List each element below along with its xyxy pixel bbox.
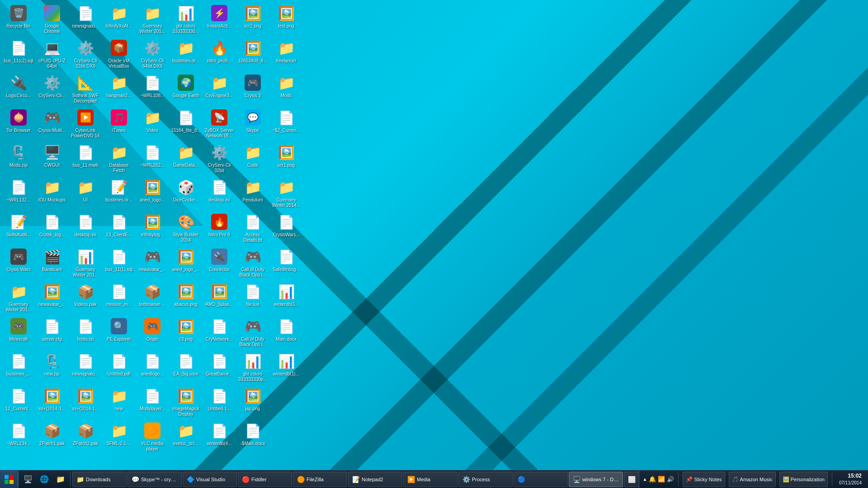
desktop-icon-scr1png[interactable]: 🖼️scr1.png xyxy=(270,141,302,175)
desktop-icon-12current[interactable]: 📄12_Current... xyxy=(2,385,35,419)
desktop-icon-crysis3[interactable]: 🎮Crysis 3 xyxy=(236,72,269,106)
desktop-icon-test-png[interactable]: 🖼️test.png xyxy=(270,2,302,36)
desktop-icon-newsignatu2[interactable]: 📄newsignatu... xyxy=(69,350,102,384)
desktop-icon-crysiswars[interactable]: 📄CrysisWars... xyxy=(270,211,302,245)
desktop-icon-untitled1[interactable]: 📄Untitled-1... xyxy=(203,385,236,419)
desktop-icon-callofdutybops2[interactable]: 🎮Call of Duty Black Ops l... xyxy=(236,315,269,349)
desktop-icon-connector[interactable]: 🔌Connector xyxy=(203,246,236,280)
desktop-icon-scr2png[interactable]: 🖼️scr2.png xyxy=(236,2,269,36)
ie-quick-btn[interactable]: 🌐 xyxy=(37,472,52,487)
desktop-icon-abacus-png[interactable]: 🖼️abacus.png xyxy=(170,281,202,314)
desktop-icon-google-chrome[interactable]: Google Chrome xyxy=(36,2,68,36)
taskbar-item-filezilla[interactable]: 🟠FileZilla xyxy=(293,472,347,487)
desktop-icon-callofdutybops[interactable]: 🎮Call of Duty Black Ops l... xyxy=(236,246,269,280)
desktop-icon-zpatch1pak[interactable]: 📦ZPatch1.pak xyxy=(36,420,68,454)
desktop-icon-gbt-colors2[interactable]: 📊gbt colors 333333330p... xyxy=(236,350,269,384)
desktop-icon-server-cfg[interactable]: 📄server.cfg xyxy=(36,315,68,349)
desktop-icon-exetoc-src[interactable]: 📁exetoc_src... xyxy=(170,420,202,454)
desktop-icon-video[interactable]: 📁Video xyxy=(136,107,169,141)
desktop-icon-code[interactable]: 📁Code xyxy=(236,141,269,175)
desktop-icon-dicecricket[interactable]: 🎲DiceCricke... xyxy=(170,176,202,210)
desktop-icon-anedlogo2[interactable]: 📄anedlogo... xyxy=(136,350,169,384)
desktop-icon-mods-zip[interactable]: 🗜️Mods.zip xyxy=(2,141,35,175)
desktop-icon-guernsey-excel[interactable]: 📊Guernsey Winter 201... xyxy=(69,246,102,280)
desktop-icon-cryengine3[interactable]: 📁CryEngine3... xyxy=(203,72,236,106)
desktop-icon-winterdb1[interactable]: 📊winterdb(1)... xyxy=(270,350,302,384)
desktop-icon-skillsaudit[interactable]: 📝SkillsAudit... xyxy=(2,211,35,245)
desktop-icon-gamedata[interactable]: 📁GameData... xyxy=(170,141,202,175)
taskbar-item-process[interactable]: ⚙️Process xyxy=(458,472,513,487)
desktop-icon-bus11mwb[interactable]: 📄bus_11.mwb xyxy=(69,141,102,175)
desktop-icon-15184file[interactable]: 📄15184_file_8... xyxy=(170,107,202,141)
desktop-icon-c3png[interactable]: 🖼️c3.png xyxy=(170,315,202,349)
desktop-icon-guernsey-winter1[interactable]: 📁Guernsey Winter 201... xyxy=(2,281,35,314)
desktop-icon-smain-docx[interactable]: 📄-$Main.docx xyxy=(236,420,269,454)
desktop-icon-freelancer[interactable]: 📁freelancer xyxy=(270,37,302,71)
desktop-icon-infinityxsai[interactable]: 📁InfinityXsAI... xyxy=(103,2,135,36)
desktop-icon-winterdb4[interactable]: 📄winterdb(4... xyxy=(203,420,236,454)
desktop-icon-desktop-ini2[interactable]: 📄desktop.ini xyxy=(203,176,236,210)
desktop-icon-s2current[interactable]: 📄~$2_Curren... xyxy=(270,107,302,141)
desktop-icon-origin[interactable]: 🎮Origin xyxy=(136,315,169,349)
desktop-icon-sothink[interactable]: 📐Sothink SWF Decompiler xyxy=(69,72,102,106)
desktop-icon-bustimes[interactable]: 📄bustimes_... xyxy=(2,350,35,384)
desktop-icon-minecraft[interactable]: 🎮Minecraft xyxy=(2,315,35,349)
sticky-notes-tray[interactable]: 📌 Sticky Notes xyxy=(683,472,725,487)
desktop-icon-gbt-colors[interactable]: 📊gbt colors 333333330... xyxy=(170,2,202,36)
desktop-icon-wrl262[interactable]: 📄~WRL262... xyxy=(136,141,169,175)
desktop-icon-cwgui[interactable]: 🖥️CWGUI xyxy=(36,141,68,175)
desktop-icon-nitro-pro9[interactable]: 🔥nitro_pro9... xyxy=(203,37,236,71)
desktop-icon-cryserv-64dx9[interactable]: ⚙️CryServ-Cli 64bit.DX9 xyxy=(136,37,169,71)
desktop-icon-wrl108[interactable]: 📄~WRL108... xyxy=(136,72,169,106)
desktop-icon-logiccircuit[interactable]: 🔌LogicCircu... xyxy=(2,72,35,106)
desktop-icon-recycle-bin[interactable]: 🗑️Recycle Bin xyxy=(2,2,35,36)
taskbar-item-unknown1[interactable]: 🔵 xyxy=(514,472,568,487)
clock[interactable]: 15:02 07/11/2014 xyxy=(836,473,864,486)
desktop-icon-torbrowser[interactable]: 📦torbrowser-... xyxy=(136,281,169,314)
desktop-icon-access[interactable]: 📄Access Details.bt xyxy=(236,211,269,245)
desktop-icon-database-fetch[interactable]: 📁Database Fetch xyxy=(103,141,135,175)
desktop-icon-cpuid-cpu-z[interactable]: 💻cPUID cPU-Z 64bit xyxy=(36,37,68,71)
desktop-icon-ui[interactable]: 📁UI xyxy=(69,176,102,210)
taskbar-item-notepad2[interactable]: 📝Notepad2 xyxy=(348,472,402,487)
desktop-icon-guernsey-w3[interactable]: 📁Guernsey Winter 201... xyxy=(136,2,169,36)
desktop-icon-safewriting[interactable]: 📄SafeWriting... xyxy=(270,246,302,280)
desktop-icon-wrl234[interactable]: 📄~WRL234... xyxy=(2,420,35,454)
desktop-icon-bandicam[interactable]: 🎬Bandicam xyxy=(36,246,68,280)
taskbar-item-media[interactable]: ▶️Media xyxy=(403,472,458,487)
desktop-icon-bustimes-or[interactable]: 📝bustimes.or... xyxy=(103,176,135,210)
desktop-icon-zpatch2pak[interactable]: 📦ZPatch2.pak xyxy=(69,420,102,454)
desktop-icon-desktop-ini[interactable]: 📄desktop.ini xyxy=(69,211,102,245)
desktop-icon-greatbarne[interactable]: 📄GreatBarne... xyxy=(203,350,236,384)
desktop-icon-crynetwork[interactable]: 📄CryNetwork... xyxy=(203,315,236,349)
desktop-icon-pendulum[interactable]: 📁Pendulum xyxy=(236,176,269,210)
desktop-icon-untitled-pdf[interactable]: 📄Untitled.pdf xyxy=(103,350,135,384)
desktop-icon-10653409[interactable]: 🖼️10653409_8... xyxy=(236,37,269,71)
desktop-icon-imagemagick[interactable]: 🖼️ImageMagick Display xyxy=(170,385,202,419)
tray-expand[interactable]: ▲ xyxy=(643,477,647,482)
desktop-icon-hangman2[interactable]: 📁hangman2... xyxy=(103,72,135,106)
desktop-icon-crytek-log[interactable]: 📄Crytek_log... xyxy=(36,211,68,245)
taskbar-item-fiddler[interactable]: 🔴Fiddler xyxy=(238,472,292,487)
desktop-icon-mission-m[interactable]: 📄mission_m... xyxy=(103,281,135,314)
desktop-icon-bus11c2sql[interactable]: 📄bus_11(c2).sql xyxy=(2,37,35,71)
taskbar-item-vs[interactable]: 🔷Visual Studio xyxy=(183,472,237,487)
show-desktop-btn[interactable]: 🖥️ xyxy=(20,472,36,487)
desktop-icon-pe-explorer[interactable]: 🔍PE Explorer xyxy=(103,315,135,349)
taskbar-item-skype-multi[interactable]: 💬Skype™ - crysismulti... xyxy=(127,472,182,487)
desktop-icon-iou-mockups[interactable]: 📁IOU Mockups xyxy=(36,176,68,210)
start-button[interactable] xyxy=(0,470,18,488)
desktop-icon-aned-logo2[interactable]: 🖼️aned_logo_... xyxy=(170,246,202,280)
desktop-icon-videos-pak[interactable]: 📦Videos.pak xyxy=(69,281,102,314)
desktop-icon-cryserv-32[interactable]: ⚙️CryServ-Cli 32bit.DX9 xyxy=(69,37,102,71)
desktop-icon-ss2014-1[interactable]: 🖼️ss+(2014-1... xyxy=(36,385,68,419)
amazon-music-tray[interactable]: 🎵 Amazon Music xyxy=(729,472,776,487)
explorer-quick-btn[interactable]: 📁 xyxy=(53,472,68,487)
desktop-icon-13client[interactable]: 📄13_ClientE... xyxy=(103,211,135,245)
desktop-icon-google-earth[interactable]: 🌍Google Earth xyxy=(170,72,202,106)
desktop-icon-jap-png[interactable]: 🖼️jap.png xyxy=(236,385,269,419)
desktop-icon-guernsey-w4[interactable]: 📁Guernsey Winter 2014... xyxy=(270,176,302,210)
desktop-icon-cryserv-cli[interactable]: ⚙️CryServ-Cli... xyxy=(36,72,68,106)
desktop-icon-instantact[interactable]: ⚡InstantActi... xyxy=(203,2,236,36)
desktop-icon-style-builder[interactable]: 🎨Style Builder 2014 xyxy=(170,211,202,245)
